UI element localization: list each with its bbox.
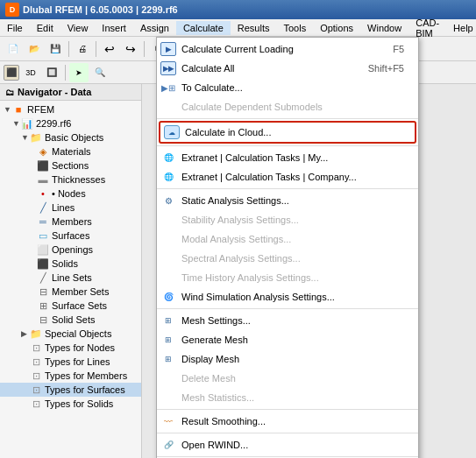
nav-item-nodes[interactable]: •• Nodes: [0, 187, 141, 201]
menu-view[interactable]: View: [60, 21, 96, 35]
dd-spectral-settings: Spectral Analysis Settings...: [157, 249, 418, 268]
mesh-statistics-icon: [160, 391, 176, 405]
menu-calculate[interactable]: Calculate: [176, 21, 231, 35]
dd-calculate-current[interactable]: ▶ Calculate Current Loading F5: [157, 39, 418, 59]
menu-insert[interactable]: Insert: [95, 21, 133, 35]
dd-calculate-current-label: Calculate Current Loading: [181, 44, 361, 54]
nav-rfem-label: RFEM: [27, 104, 54, 115]
dd-mesh-settings[interactable]: ⊞ Mesh Settings...: [157, 311, 418, 330]
menu-options[interactable]: Options: [313, 21, 360, 35]
dd-calculate-all-shortcut: Shift+F5: [342, 63, 404, 74]
wind-settings-icon: 🌀: [160, 290, 176, 304]
menu-edit[interactable]: Edit: [30, 21, 60, 35]
dd-calculate-all[interactable]: ▶▶ Calculate All Shift+F5: [157, 59, 418, 78]
nav-item-types-surfaces[interactable]: ⊡Types for Surfaces: [0, 383, 141, 397]
sep3: [144, 41, 145, 57]
nav-item-materials[interactable]: ◈Materials: [0, 144, 141, 159]
nav-project-label: 2299.rf6: [36, 118, 71, 129]
nav-item-linesets[interactable]: ╱Line Sets: [0, 271, 141, 285]
menu-assign[interactable]: Assign: [133, 21, 176, 35]
dd-open-rwind[interactable]: 🔗 Open RWIND...: [157, 435, 418, 454]
sep-3: [157, 188, 418, 189]
menu-tools[interactable]: Tools: [276, 21, 313, 35]
nav-item-types-solids[interactable]: ⊡Types for Solids: [0, 397, 141, 411]
dd-modal-settings: Modal Analysis Settings...: [157, 229, 418, 249]
special-icon: 📁: [30, 328, 42, 340]
types-solids-icon: ⊡: [30, 398, 42, 410]
title-bar: D Dlubal RFEM | 6.05.0003 | 2299.rf6: [0, 0, 476, 19]
nav-item-types-nodes[interactable]: ⊡Types for Nodes: [0, 341, 141, 355]
nav-item-openings[interactable]: ⬜Openings: [0, 243, 141, 257]
nav-item-sections[interactable]: ⬛Sections: [0, 159, 141, 173]
nav-item-membersets[interactable]: ⊟Member Sets: [0, 285, 141, 299]
openings-icon: ⬜: [37, 243, 49, 256]
result-smoothing-icon: 〰: [160, 414, 176, 428]
nav-item-special[interactable]: ▶📁Special Objects: [0, 327, 141, 341]
nav-item-basic-objects[interactable]: ▼ 📁 Basic Objects: [0, 130, 141, 144]
rfem-icon: ■: [12, 103, 25, 116]
dd-timehistory-settings-label: Time History Analysis Settings...: [181, 272, 404, 283]
dd-to-calculate[interactable]: ▶⊞ To Calculate...: [157, 78, 418, 97]
zoom-btn[interactable]: 🔍: [90, 63, 110, 82]
dd-wind-settings[interactable]: 🌀 Wind Simulation Analysis Settings...: [157, 287, 418, 307]
undo-btn[interactable]: ↩: [100, 39, 119, 59]
redo-btn[interactable]: ↪: [121, 39, 140, 59]
dd-mesh-statistics-label: Mesh Statistics...: [181, 392, 404, 403]
open-rwind-icon: 🔗: [160, 438, 176, 452]
sep-7: [157, 456, 418, 457]
dd-mesh-settings-label: Mesh Settings...: [181, 315, 404, 326]
spectral-settings-icon: [160, 251, 176, 265]
folder-icon: 📁: [30, 131, 42, 144]
calculate-current-icon: ▶: [160, 42, 176, 56]
linesets-icon: ╱: [37, 271, 49, 284]
nav-item-solids[interactable]: ⬛Solids: [0, 257, 141, 271]
app-icon: D: [5, 3, 19, 17]
generate-mesh-icon: ⊞: [160, 333, 176, 347]
print-btn[interactable]: 🖨: [73, 39, 92, 59]
menu-window[interactable]: Window: [360, 21, 409, 35]
nav-item-thicknesses[interactable]: ▬Thicknesses: [0, 173, 141, 187]
materials-icon: ◈: [37, 145, 49, 158]
nav-item-types-members[interactable]: ⊡Types for Members: [0, 369, 141, 383]
menu-file[interactable]: File: [0, 21, 30, 35]
nav-item-project[interactable]: ▼ 📊 2299.rf6: [0, 116, 141, 130]
nav-item-types-lines[interactable]: ⊡Types for Lines: [0, 355, 141, 369]
dd-stability-settings-label: Stability Analysis Settings...: [181, 215, 404, 225]
open-btn[interactable]: 📂: [25, 39, 44, 59]
nav-btn[interactable]: ➤: [69, 63, 89, 82]
nav-item-lines[interactable]: ╱Lines: [0, 201, 141, 215]
dd-display-mesh-label: Display Mesh: [181, 354, 404, 364]
dd-mesh-statistics: Mesh Statistics...: [157, 388, 418, 407]
to-calculate-icon: ▶⊞: [160, 81, 176, 95]
timehistory-settings-icon: [160, 271, 176, 285]
view-btn1[interactable]: ⬛: [4, 65, 19, 81]
types-surfaces-icon: ⊡: [30, 384, 42, 396]
dd-extranet-my[interactable]: 🌐 Extranet | Calculation Tasks | My...: [157, 148, 418, 167]
dd-calculate-cloud[interactable]: ☁ Calculate in Cloud...: [159, 121, 416, 144]
view-btn3[interactable]: 🔲: [42, 63, 61, 82]
menu-help[interactable]: Help: [446, 21, 476, 35]
types-nodes-icon: ⊡: [30, 342, 42, 354]
new-btn[interactable]: 📄: [4, 39, 23, 59]
save-btn[interactable]: 💾: [46, 39, 65, 59]
dd-modal-settings-label: Modal Analysis Settings...: [181, 234, 404, 244]
view-btn2[interactable]: 3D: [21, 63, 40, 82]
dd-display-mesh[interactable]: ⊞ Display Mesh: [157, 349, 418, 369]
nav-item-surfaces[interactable]: ▭Surfaces: [0, 229, 141, 243]
dd-static-settings[interactable]: ⚙ Static Analysis Settings...: [157, 191, 418, 210]
dd-result-smoothing[interactable]: 〰 Result Smoothing...: [157, 412, 418, 431]
dd-calculate-submodels-label: Calculate Dependent Submodels: [181, 102, 404, 112]
nav-item-members[interactable]: ═Members: [0, 215, 141, 229]
nav-item-surfacesets[interactable]: ⊞Surface Sets: [0, 299, 141, 313]
dd-timehistory-settings: Time History Analysis Settings...: [157, 268, 418, 287]
menu-results[interactable]: Results: [231, 21, 277, 35]
nav-tree: ▼ ■ RFEM ▼ 📊 2299.rf6 ▼ 📁 Basic Objects …: [0, 101, 141, 412]
dd-extranet-company[interactable]: 🌐 Extranet | Calculation Tasks | Company…: [157, 167, 418, 187]
solids-icon: ⬛: [37, 257, 49, 270]
sep1: [68, 41, 69, 57]
dd-extranet-company-label: Extranet | Calculation Tasks | Company..…: [181, 172, 404, 182]
surfacesets-icon: ⊞: [37, 299, 49, 312]
dd-generate-mesh[interactable]: ⊞ Generate Mesh: [157, 330, 418, 349]
nav-item-rfem[interactable]: ▼ ■ RFEM: [0, 102, 141, 116]
nav-item-solidsets[interactable]: ⊟Solid Sets: [0, 313, 141, 327]
